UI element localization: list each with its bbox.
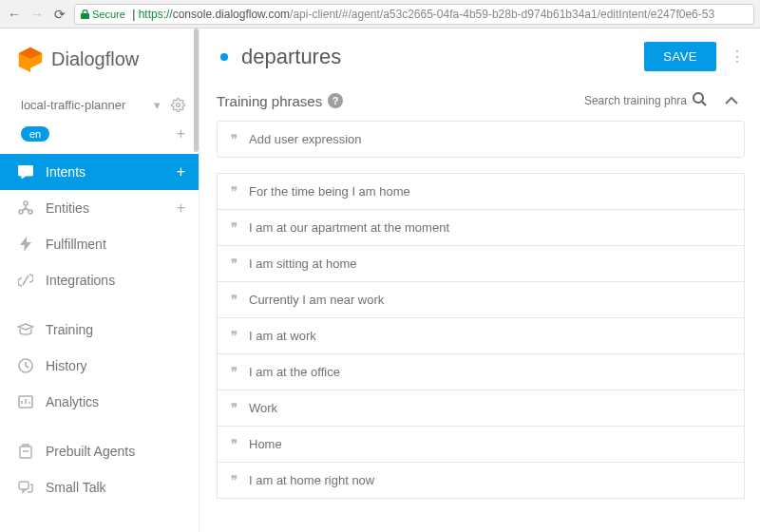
- phrase-text: I am sitting at home: [249, 256, 356, 271]
- dialogflow-logo-icon: [17, 46, 44, 72]
- quote-icon: ❞: [231, 473, 238, 487]
- training-phrase-row[interactable]: ❞Currently I am near work: [217, 282, 745, 318]
- training-phrase-row[interactable]: ❞I am at the office: [217, 354, 745, 390]
- quote-icon: ❞: [231, 329, 238, 343]
- integrations-icon: [17, 272, 34, 289]
- sidebar-label: Analytics: [46, 394, 99, 409]
- sidebar-label: Fulfillment: [46, 237, 106, 252]
- add-expression-row[interactable]: ❞: [217, 121, 745, 158]
- chevron-down-icon[interactable]: ▾: [149, 97, 164, 112]
- search-icon[interactable]: [693, 92, 707, 109]
- sidebar-item-fulfillment[interactable]: Fulfillment: [0, 226, 199, 262]
- analytics-icon: [17, 393, 34, 410]
- entities-icon: [17, 200, 34, 217]
- svg-rect-8: [20, 446, 31, 458]
- sidebar-label: Small Talk: [46, 480, 106, 495]
- training-phrase-row[interactable]: ❞For the time being I am home: [217, 173, 745, 210]
- secure-badge: Secure: [81, 9, 125, 20]
- training-icon: [17, 321, 34, 338]
- add-intent-button[interactable]: +: [177, 163, 185, 180]
- history-icon: [17, 357, 34, 374]
- sidebar-item-intents[interactable]: Intents +: [0, 154, 199, 190]
- section-title: Training phrases: [217, 93, 322, 109]
- training-section-header: Training phrases ?: [217, 92, 760, 109]
- quote-icon: ❞: [231, 256, 238, 271]
- sidebar-item-history[interactable]: History: [0, 348, 199, 384]
- quote-icon: ❞: [231, 365, 238, 379]
- sidebar-label: Prebuilt Agents: [46, 444, 135, 459]
- phrase-text: For the time being I am home: [249, 184, 410, 199]
- sidebar-label: Intents: [46, 164, 86, 180]
- sidebar-item-entities[interactable]: Entities +: [0, 190, 199, 226]
- brand-row[interactable]: Dialogflow: [0, 28, 199, 89]
- reload-button[interactable]: ⟳: [51, 6, 68, 23]
- language-chip[interactable]: en: [21, 126, 49, 142]
- gear-icon[interactable]: [170, 97, 185, 112]
- quote-icon: ❞: [231, 132, 238, 146]
- sidebar-item-smalltalk[interactable]: Small Talk: [0, 469, 199, 505]
- brand-name: Dialogflow: [51, 48, 139, 70]
- fulfillment-icon: [17, 236, 34, 253]
- browser-chrome: ← → ⟳ Secure | https://console.dialogflo…: [0, 0, 760, 28]
- phrase-text: I am at the office: [249, 365, 340, 379]
- help-icon[interactable]: ?: [328, 93, 343, 108]
- sidebar-item-training[interactable]: Training: [0, 312, 199, 348]
- sidebar-label: Integrations: [46, 273, 115, 288]
- main-panel: departures SAVE ⋮ Training phrases ? ❞ ❞…: [200, 28, 760, 532]
- training-phrase-list: ❞For the time being I am home❞I am at ou…: [217, 173, 760, 499]
- sidebar-item-integrations[interactable]: Integrations: [0, 262, 199, 298]
- intent-name[interactable]: departures: [241, 45, 631, 69]
- quote-icon: ❞: [231, 293, 238, 307]
- collapse-section-icon[interactable]: [724, 94, 739, 108]
- lock-icon: [81, 10, 89, 19]
- training-phrase-row[interactable]: ❞Home: [217, 427, 745, 463]
- sidebar-label: History: [46, 358, 87, 373]
- address-bar[interactable]: Secure | https://console.dialogflow.com/…: [74, 4, 754, 25]
- agent-selector[interactable]: local-traffic-planner ▾: [0, 89, 199, 122]
- sidebar-item-analytics[interactable]: Analytics: [0, 384, 199, 420]
- sidebar-item-prebuilt[interactable]: Prebuilt Agents: [0, 433, 199, 469]
- add-language-button[interactable]: +: [177, 125, 185, 142]
- phrase-text: Home: [249, 437, 282, 451]
- sidebar-scrollbar[interactable]: [194, 28, 199, 532]
- quote-icon: ❞: [231, 437, 238, 451]
- training-phrase-row[interactable]: ❞I am at work: [217, 318, 745, 354]
- phrase-text: I am at home right now: [249, 473, 374, 487]
- url-protocol: https://: [139, 8, 173, 21]
- back-button[interactable]: ←: [6, 6, 23, 23]
- quote-icon: ❞: [231, 184, 238, 199]
- intent-header: departures SAVE ⋮: [217, 42, 760, 71]
- phrase-text: I am at our apartment at the moment: [249, 220, 449, 235]
- sidebar-label: Entities: [46, 200, 89, 216]
- intents-icon: [17, 163, 34, 180]
- add-entity-button[interactable]: +: [177, 200, 185, 217]
- intent-status-dot: [220, 53, 228, 61]
- add-expression-input[interactable]: [249, 132, 731, 146]
- save-button[interactable]: SAVE: [644, 42, 716, 71]
- quote-icon: ❞: [231, 401, 238, 415]
- training-phrase-row[interactable]: ❞I am at home right now: [217, 463, 745, 499]
- training-phrase-row[interactable]: ❞I am at our apartment at the moment: [217, 210, 745, 246]
- phrase-text: Currently I am near work: [249, 293, 384, 307]
- url-path: /api-client/#/agent/a53c2665-04fa-4b59-b…: [290, 8, 714, 21]
- svg-point-2: [176, 103, 180, 106]
- svg-rect-9: [19, 482, 28, 489]
- sidebar: Dialogflow local-traffic-planner ▾ en + …: [0, 28, 200, 532]
- more-menu-icon[interactable]: ⋮: [730, 48, 745, 66]
- svg-point-3: [24, 201, 28, 205]
- smalltalk-icon: [17, 479, 34, 496]
- quote-icon: ❞: [231, 220, 238, 235]
- training-phrase-row[interactable]: ❞Work: [217, 390, 745, 427]
- phrase-text: Work: [249, 401, 277, 415]
- language-row: en +: [0, 122, 199, 154]
- url-host: console.dialogflow.com: [173, 8, 290, 21]
- svg-point-10: [694, 93, 703, 103]
- agent-name: local-traffic-planner: [21, 98, 143, 112]
- training-phrase-row[interactable]: ❞I am sitting at home: [217, 246, 745, 282]
- search-training-input[interactable]: [582, 94, 687, 108]
- sidebar-label: Training: [46, 322, 93, 337]
- prebuilt-icon: [17, 443, 34, 460]
- phrase-text: I am at work: [249, 329, 316, 343]
- forward-button[interactable]: →: [28, 6, 46, 23]
